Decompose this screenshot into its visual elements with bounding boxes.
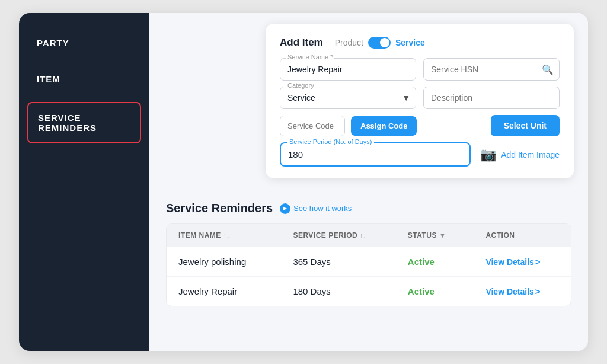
description-input[interactable] [423,87,560,109]
view-details-button-1[interactable]: View Details > [485,257,540,267]
cell-item-name-2: Jewelry Repair [178,286,288,296]
product-service-toggle-group: Product Service [335,37,425,49]
header-item-name: ITEM NAME ↑↓ [178,231,288,240]
select-unit-button[interactable]: Select Unit [491,115,560,136]
add-item-card: Add Item Product Service Service Name * … [266,24,574,178]
cell-action-2: View Details > [485,286,559,296]
table-row: Jewelry Repair 180 Days Active View Deta… [167,276,571,306]
sort-icon-service-period: ↑↓ [360,232,366,239]
chevron-right-icon-1: > [535,257,541,267]
service-name-label: Service Name * [286,53,334,60]
add-image-label: Add Item Image [501,150,560,159]
service-toggle-label: Service [395,38,425,47]
cell-action-1: View Details > [485,257,559,267]
service-hsn-input[interactable] [423,58,560,81]
card-title: Add Item [280,37,323,49]
sidebar-item-service-reminders[interactable]: SERVICE REMINDERS [27,102,141,143]
form-row-1: Service Name * 🔍 [280,58,560,81]
sort-icon-item-name: ↑↓ [223,232,230,239]
category-label: Category [286,82,316,89]
main-card: PARTY ITEM SERVICE REMINDERS Add Item Pr… [19,13,588,351]
period-label: Service Period (No. of Days) [287,138,374,145]
add-item-image-button[interactable]: 📷 Add Item Image [480,147,560,162]
search-icon: 🔍 [542,64,554,75]
see-how-it-works-link[interactable]: ▶ See how it works [280,203,352,214]
chevron-right-icon-2: > [535,286,541,296]
see-how-label: See how it works [293,204,352,213]
period-group: Service Period (No. of Days) [280,142,471,167]
main-content: Add Item Product Service Service Name * … [149,13,588,351]
form-row-2: Category Service Product ▼ [280,87,560,109]
sidebar: PARTY ITEM SERVICE REMINDERS [19,13,149,351]
header-service-period: SERVICE PERIOD ↑↓ [293,231,402,240]
service-hsn-group: 🔍 [423,58,560,81]
reminders-table: ITEM NAME ↑↓ SERVICE PERIOD ↑↓ STATUS ▼ … [166,223,571,306]
play-icon: ▶ [280,203,290,214]
table-row: Jewelry polishing 365 Days Active View D… [167,247,571,276]
cell-service-period-2: 180 Days [293,286,402,296]
product-toggle-label: Product [335,38,363,47]
section-title: Service Reminders [166,202,273,215]
section-header: Service Reminders ▶ See how it works [166,202,571,215]
sidebar-item-item[interactable]: ITEM [19,61,149,97]
service-code-row: Assign Code Select Unit [280,115,560,136]
period-input[interactable] [281,145,469,164]
cell-status-2: Active [408,286,481,296]
table-header: ITEM NAME ↑↓ SERVICE PERIOD ↑↓ STATUS ▼ … [167,224,571,247]
view-details-button-2[interactable]: View Details > [485,286,540,296]
cell-service-period-1: 365 Days [293,257,402,267]
sidebar-item-party[interactable]: PARTY [19,25,149,61]
description-group [423,87,560,109]
toggle-switch[interactable] [368,37,391,49]
service-name-input[interactable] [280,58,416,81]
cell-item-name-1: Jewelry polishing [178,257,288,267]
card-header: Add Item Product Service [280,37,560,49]
header-status: STATUS ▼ [408,231,481,240]
category-group: Category Service Product ▼ [280,87,416,109]
cell-status-1: Active [408,257,481,267]
period-row: Service Period (No. of Days) 📷 Add Item … [280,142,560,167]
service-code-input[interactable] [280,116,345,136]
filter-icon-status: ▼ [439,232,446,239]
service-name-group: Service Name * [280,58,416,81]
camera-icon: 📷 [480,147,496,162]
assign-code-button[interactable]: Assign Code [351,116,417,136]
header-action: ACTION [485,231,559,240]
category-select[interactable]: Service Product [280,87,416,109]
service-reminders-section: Service Reminders ▶ See how it works ITE… [166,202,571,306]
